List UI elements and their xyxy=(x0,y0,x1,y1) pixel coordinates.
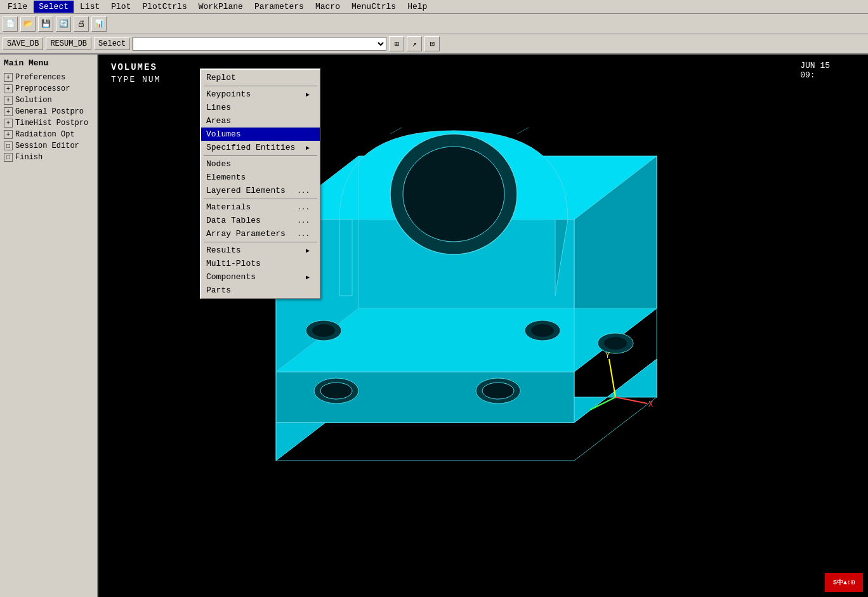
toolbar-action3-icon[interactable]: ⊡ xyxy=(424,36,440,51)
dots-data-tables: ... xyxy=(297,217,310,225)
arrow-results: ▶ xyxy=(306,247,310,254)
sidebar-item-finish[interactable]: □ Finish xyxy=(1,152,96,163)
toolbar-print-icon[interactable]: 🖨 xyxy=(74,16,89,32)
menubar: File Select List Plot PlotCtrls WorkPlan… xyxy=(0,0,868,14)
viewport: VOLUMES TYPE NUM JUN 15 09: xyxy=(98,55,868,597)
svg-line-32 xyxy=(615,397,647,403)
dropdown-menu: Replot Keypoints ▶ Lines Areas Volumes S… xyxy=(200,69,320,299)
toolbar-row2: SAVE_DB RESUM_DB Select ⊞ ↗ ⊡ xyxy=(0,34,868,55)
expand-radiation-icon: + xyxy=(4,130,13,139)
dots-materials: ... xyxy=(297,204,310,211)
menu-areas[interactable]: Areas xyxy=(201,114,320,128)
sidebar-item-solution[interactable]: + Solution xyxy=(1,95,96,106)
sidebar-item-preferences[interactable]: + Preferences xyxy=(1,72,96,83)
viewport-title: VOLUMES xyxy=(111,62,157,72)
arrow-specified: ▶ xyxy=(306,144,310,152)
sidebar: Main Menu + Preferences + Preprocessor +… xyxy=(0,55,98,597)
separator-3 xyxy=(204,199,317,199)
dots-layered: ... xyxy=(297,187,310,195)
menu-plotctrls[interactable]: PlotCtrls xyxy=(137,1,192,13)
svg-line-30 xyxy=(609,359,615,397)
separator-4 xyxy=(204,242,317,242)
svg-point-12 xyxy=(320,383,352,399)
menu-list[interactable]: List xyxy=(75,1,105,13)
sidebar-item-radiation[interactable]: + Radiation Opt xyxy=(1,129,96,140)
menu-multi-plots[interactable]: Multi-Plots xyxy=(201,257,320,270)
expand-finish-icon: □ xyxy=(4,153,13,162)
svg-text:X: X xyxy=(648,400,653,409)
svg-marker-5 xyxy=(339,220,352,296)
toolbar-action1-icon[interactable]: ⊞ xyxy=(389,36,404,51)
sidebar-item-preprocessor[interactable]: + Preprocessor xyxy=(1,83,96,95)
toolbar-action2-icon[interactable]: ↗ xyxy=(407,36,422,51)
menu-materials[interactable]: Materials ... xyxy=(201,200,320,214)
menu-plot[interactable]: Plot xyxy=(106,1,136,13)
viewport-date: JUN 15 09: xyxy=(800,61,830,80)
menu-help[interactable]: Help xyxy=(402,1,432,13)
watermark: S中▲↕⊞ xyxy=(825,573,863,592)
save-db-button[interactable]: SAVE_DB xyxy=(3,37,43,50)
sidebar-item-timehist[interactable]: + TimeHist Postpro xyxy=(1,117,96,129)
menu-workplane[interactable]: WorkPlane xyxy=(194,1,248,13)
svg-point-19 xyxy=(531,324,554,337)
expand-timehist-icon: + xyxy=(4,119,13,128)
menu-volumes[interactable]: Volumes xyxy=(201,128,320,141)
resum-db-button[interactable]: RESUM_DB xyxy=(46,37,91,50)
expand-preferences-icon: + xyxy=(4,73,13,82)
expand-session-icon: □ xyxy=(4,141,13,150)
menu-lines[interactable]: Lines xyxy=(201,101,320,114)
svg-line-9 xyxy=(390,128,402,134)
main-select[interactable] xyxy=(133,37,386,51)
dots-array-params: ... xyxy=(297,230,310,238)
sidebar-item-session-editor[interactable]: □ Session Editor xyxy=(1,140,96,152)
svg-text:Y: Y xyxy=(605,351,610,360)
svg-point-17 xyxy=(312,324,335,337)
toolbar-new-icon[interactable]: 📄 xyxy=(3,16,18,32)
menu-menuctrls[interactable]: MenuCtrls xyxy=(346,1,401,13)
menu-array-parameters[interactable]: Array Parameters ... xyxy=(201,227,320,240)
menu-parts[interactable]: Parts xyxy=(201,284,320,297)
arrow-keypoints: ▶ xyxy=(306,91,310,98)
main-layout: Main Menu + Preferences + Preprocessor +… xyxy=(0,55,868,597)
menu-elements[interactable]: Elements xyxy=(201,171,320,184)
menu-parameters[interactable]: Parameters xyxy=(249,1,309,13)
svg-line-10 xyxy=(517,128,529,134)
expand-general-icon: + xyxy=(4,107,13,116)
toolbar-row1: 📄 📂 💾 🔄 🖨 📊 xyxy=(0,14,868,34)
menu-layered-elements[interactable]: Layered Elements ... xyxy=(201,184,320,197)
menu-macro[interactable]: Macro xyxy=(310,1,345,13)
menu-keypoints[interactable]: Keypoints ▶ xyxy=(201,88,320,101)
select-button[interactable]: Select xyxy=(94,37,130,50)
toolbar-refresh-icon[interactable]: 🔄 xyxy=(56,16,71,32)
expand-solution-icon: + xyxy=(4,96,13,105)
toolbar-open-icon[interactable]: 📂 xyxy=(20,16,36,32)
viewport-subtitle: TYPE NUM xyxy=(111,75,161,84)
menu-file[interactable]: File xyxy=(3,1,32,13)
menu-results[interactable]: Results ▶ xyxy=(201,244,320,257)
svg-point-21 xyxy=(604,337,627,350)
menu-select[interactable]: Select xyxy=(34,1,74,13)
separator-2 xyxy=(204,155,317,156)
menu-replot[interactable]: Replot xyxy=(201,71,320,84)
svg-point-14 xyxy=(482,383,514,399)
sidebar-title: Main Menu xyxy=(1,57,96,72)
sidebar-item-general-postpro[interactable]: + General Postpro xyxy=(1,106,96,117)
menu-components[interactable]: Components ▶ xyxy=(201,270,320,284)
menu-data-tables[interactable]: Data Tables ... xyxy=(201,214,320,227)
menu-nodes[interactable]: Nodes xyxy=(201,157,320,171)
arrow-components: ▶ xyxy=(306,273,310,281)
menu-specified-entities[interactable]: Specified Entities ▶ xyxy=(201,141,320,154)
toolbar-extra-icon[interactable]: 📊 xyxy=(91,16,107,32)
svg-point-8 xyxy=(403,147,504,242)
toolbar-save-icon[interactable]: 💾 xyxy=(38,16,53,32)
expand-preprocessor-icon: + xyxy=(4,84,13,93)
separator-1 xyxy=(204,86,317,86)
